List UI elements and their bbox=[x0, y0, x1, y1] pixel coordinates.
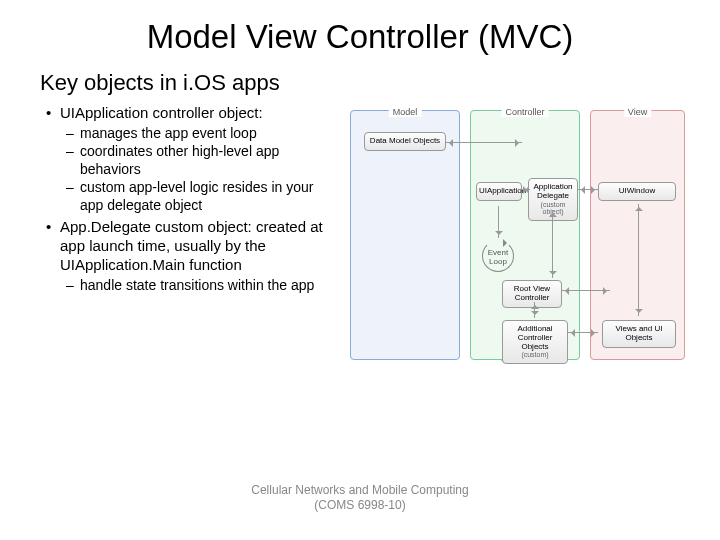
node-additional-controllers-sub: (custom) bbox=[505, 351, 565, 359]
arrow-model-controller bbox=[446, 142, 522, 143]
node-additional-controller-objects: Additional Controller Objects (custom) bbox=[502, 320, 568, 364]
sub-bullet: – handle state transitions within the ap… bbox=[66, 277, 340, 295]
bullet-tail2: function bbox=[185, 256, 242, 273]
footer-line2: (COMS 6998-10) bbox=[0, 498, 720, 512]
mvc-diagram: Model Controller View Data Model Objects… bbox=[350, 110, 690, 370]
content-row: • UIApplication controller object: – man… bbox=[40, 102, 680, 370]
arrow-rootvc-additional bbox=[534, 302, 535, 318]
bullet-dot-icon: • bbox=[46, 104, 60, 123]
sub-bullet: – coordinates other high-level app behav… bbox=[66, 143, 340, 178]
node-application-delegate-title: Application Delegate bbox=[531, 183, 575, 201]
sub-bullet: – custom app-level logic resides in your… bbox=[66, 179, 340, 214]
arrow-uiapp-delegate bbox=[522, 189, 530, 190]
node-views-and-ui-objects: Views and UI Objects bbox=[602, 320, 676, 348]
slide: Model View Controller (MVC) Key objects … bbox=[0, 0, 720, 370]
dash-icon: – bbox=[66, 125, 80, 143]
dash-icon: – bbox=[66, 277, 80, 295]
bullet-tail: controller object: bbox=[148, 104, 262, 121]
dash-icon: – bbox=[66, 179, 80, 214]
arrow-controllers-views bbox=[568, 332, 598, 333]
arrow-delegate-rootvc bbox=[552, 210, 553, 278]
sub-bullet-text: custom app-level logic resides in your a… bbox=[80, 179, 340, 214]
node-additional-controllers-title: Additional Controller Objects bbox=[505, 325, 565, 351]
bullet-text: UIApplication controller object: bbox=[60, 104, 340, 123]
arrow-delegate-uiwindow bbox=[578, 189, 598, 190]
node-uiapplication: UIApplication bbox=[476, 182, 522, 201]
code-uiapplication-main: UIApplication.Main bbox=[60, 256, 185, 273]
sub-bullet-text: handle state transitions within the app bbox=[80, 277, 340, 295]
controller-label: Controller bbox=[501, 107, 548, 117]
bullet-uiapplication: • UIApplication controller object: bbox=[46, 104, 340, 123]
node-uiwindow: UIWindow bbox=[598, 182, 676, 201]
sub-bullet: – manages the app event loop bbox=[66, 125, 340, 143]
footer-line1: Cellular Networks and Mobile Computing bbox=[0, 483, 720, 497]
dash-icon: – bbox=[66, 143, 80, 178]
bullet-appdelegate: • App.Delegate custom object: created at… bbox=[46, 218, 340, 274]
node-data-model-objects: Data Model Objects bbox=[364, 132, 446, 151]
slide-title: Model View Controller (MVC) bbox=[40, 18, 680, 56]
sub-bullet-text: manages the app event loop bbox=[80, 125, 340, 143]
view-label: View bbox=[624, 107, 651, 117]
slide-subtitle: Key objects in i.OS apps bbox=[40, 70, 680, 96]
sub-bullet-text: coordinates other high-level app behavio… bbox=[80, 143, 340, 178]
code-appdelegate: App.Delegate bbox=[60, 218, 151, 235]
arrow-uiapp-eventloop bbox=[498, 206, 499, 238]
text-column: • UIApplication controller object: – man… bbox=[40, 102, 340, 370]
arrow-rootvc-views bbox=[562, 290, 610, 291]
code-uiapplication: UIApplication bbox=[60, 104, 148, 121]
event-loop-label: Event Loop bbox=[481, 248, 515, 266]
bullet-dot-icon: • bbox=[46, 218, 60, 274]
bullet-text: App.Delegate custom object: created at a… bbox=[60, 218, 340, 274]
diagram-column: Model Controller View Data Model Objects… bbox=[350, 102, 690, 370]
model-label: Model bbox=[389, 107, 422, 117]
slide-footer: Cellular Networks and Mobile Computing (… bbox=[0, 483, 720, 512]
arrow-uiwindow-views bbox=[638, 204, 639, 316]
